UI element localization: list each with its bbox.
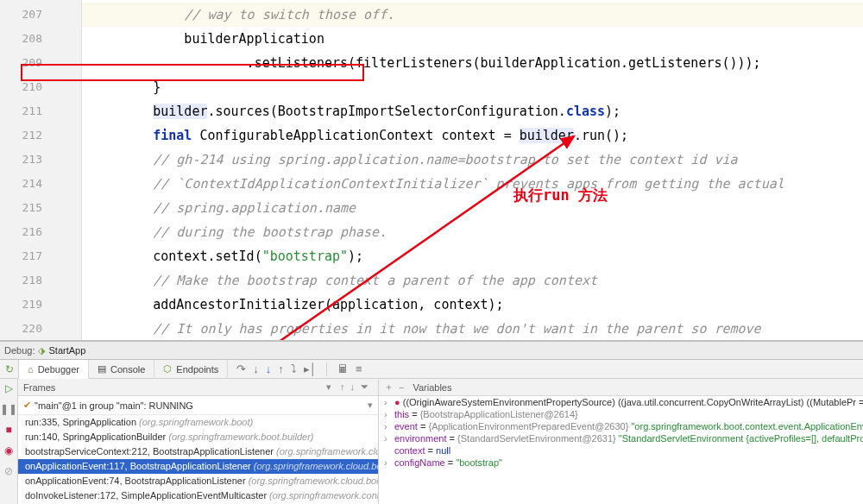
variable-row[interactable]: context = null — [379, 444, 863, 457]
force-step-into-icon[interactable]: ↓ — [266, 362, 272, 375]
debug-toolbar: Debug: ⬗ StartApp — [0, 341, 863, 360]
code-line[interactable]: builderApplication — [82, 27, 863, 51]
variable-row[interactable]: ● ((OriginAwareSystemEnvironmentProperty… — [379, 396, 863, 408]
add-icon[interactable]: ＋ — [384, 381, 399, 394]
code-area[interactable]: // way to switch those off. builderAppli… — [82, 0, 863, 340]
chevron-down-icon[interactable]: ▾ — [326, 381, 335, 393]
stack-frame[interactable]: bootstrapServiceContext:212, BootstrapAp… — [18, 444, 378, 459]
endpoints-icon: ⬡ — [163, 363, 172, 375]
mute-breakpoints-icon[interactable]: ⊘ — [4, 465, 13, 477]
variable-row[interactable]: configName = "bootstrap" — [379, 457, 863, 469]
stack-frame[interactable]: onApplicationEvent:74, BootstrapApplicat… — [18, 474, 378, 488]
step-into-icon[interactable]: ↓ — [253, 362, 259, 375]
trace-icon[interactable]: ≡ — [356, 362, 362, 375]
code-line[interactable]: // during the bootstrap phase. — [82, 220, 863, 244]
next-frame-icon[interactable]: ↓ — [350, 381, 356, 393]
evaluate-icon[interactable]: 🖩 — [337, 362, 349, 375]
tab-debugger[interactable]: ⌂Debugger — [19, 360, 89, 379]
code-line[interactable]: // way to switch those off. — [82, 3, 863, 27]
thread-selector[interactable]: ✔ "main"@1 in group "main": RUNNING ▾ — [18, 396, 378, 415]
debug-label: Debug: — [4, 345, 35, 356]
stack-frame[interactable]: doInvokeListener:172, SimpleApplicationE… — [18, 488, 378, 503]
stack-frame[interactable]: run:335, SpringApplication (org.springfr… — [18, 415, 378, 430]
bug-icon: ⌂ — [28, 364, 34, 375]
code-line[interactable]: addAncestorInitializer(application, cont… — [82, 293, 863, 317]
step-toolbar: ↷ ↓ ↓ ↑ ⤵ ▸│ │ 🖩 ≡ — [228, 360, 362, 378]
variable-row[interactable]: environment = {StandardServletEnvironmen… — [379, 432, 863, 444]
resume-icon[interactable]: ▷ — [5, 382, 13, 394]
step-out-icon[interactable]: ↑ — [278, 362, 284, 375]
variables-header: ＋ − Variables ∞ — [379, 379, 863, 396]
code-line[interactable]: .setListeners(filterListeners(builderApp… — [82, 51, 863, 75]
debug-left-rail: ▷ ❚❚ ■ ◉ ⊘ — [0, 379, 18, 504]
pause-icon[interactable]: ❚❚ — [0, 403, 17, 415]
prev-frame-icon[interactable]: ↑ — [340, 381, 345, 393]
frames-header: Frames ▾ ↑ ↓ ⏷ — [18, 379, 378, 396]
line-gutter: 2072082092102112122132142152162172182192… — [0, 0, 82, 340]
step-over-icon[interactable]: ↷ — [236, 362, 246, 375]
code-line[interactable]: // gh-214 using spring.application.name=… — [82, 148, 863, 172]
debug-panels: ▷ ❚❚ ■ ◉ ⊘ Frames ▾ ↑ ↓ ⏷ ✔ "main"@1 in … — [0, 379, 863, 504]
variables-panel: ＋ − Variables ∞ ● ((OriginAwareSystemEnv… — [379, 379, 863, 504]
check-icon: ✔ — [23, 400, 31, 411]
tab-endpoints[interactable]: ⬡Endpoints — [154, 360, 228, 379]
drop-frame-icon[interactable]: ⤵ — [291, 362, 297, 375]
code-line[interactable]: // spring.application.name — [82, 196, 863, 220]
frames-panel: Frames ▾ ↑ ↓ ⏷ ✔ "main"@1 in group "main… — [18, 379, 379, 504]
code-editor[interactable]: 2072082092102112122132142152162172182192… — [0, 0, 863, 341]
code-line[interactable]: // `ContextIdApplicationContextInitializ… — [82, 172, 863, 196]
stop-icon[interactable]: ■ — [5, 424, 11, 436]
chevron-down-icon: ▾ — [368, 400, 373, 411]
code-line[interactable]: builder.sources(BootstrapImportSelectorC… — [82, 99, 863, 123]
call-stack[interactable]: run:335, SpringApplication (org.springfr… — [18, 415, 378, 504]
rerun-icon[interactable]: ↻ — [0, 360, 19, 378]
leaf-icon: ⬗ — [38, 345, 45, 356]
tab-console[interactable]: ▤Console — [89, 360, 154, 379]
debug-tabs: ↻ ⌂Debugger ▤Console ⬡Endpoints ↷ ↓ ↓ ↑ … — [0, 360, 863, 379]
code-line[interactable]: } — [82, 75, 863, 99]
remove-icon[interactable]: − — [399, 382, 413, 393]
run-to-cursor-icon[interactable]: ▸│ — [304, 362, 317, 375]
debug-app-name[interactable]: ⬗ StartApp — [38, 345, 85, 356]
code-line[interactable]: context.setId("bootstrap"); — [82, 244, 863, 268]
console-icon: ▤ — [98, 363, 106, 375]
stack-frame[interactable]: run:140, SpringApplicationBuilder (org.s… — [18, 430, 378, 444]
code-line[interactable]: // It only has properties in it now that… — [82, 317, 863, 340]
view-breakpoints-icon[interactable]: ◉ — [4, 444, 13, 457]
filter-icon[interactable]: ⏷ — [360, 381, 369, 393]
stack-frame[interactable]: onApplicationEvent:117, BootstrapApplica… — [18, 459, 378, 474]
code-line[interactable]: // Make the bootstrap context a parent o… — [82, 268, 863, 293]
variables-list[interactable]: ● ((OriginAwareSystemEnvironmentProperty… — [379, 396, 863, 469]
variable-row[interactable]: this = {BootstrapApplicationListener@261… — [379, 408, 863, 420]
variable-row[interactable]: event = {ApplicationEnvironmentPreparedE… — [379, 420, 863, 432]
code-line[interactable]: final ConfigurableApplicationContext con… — [82, 123, 863, 148]
